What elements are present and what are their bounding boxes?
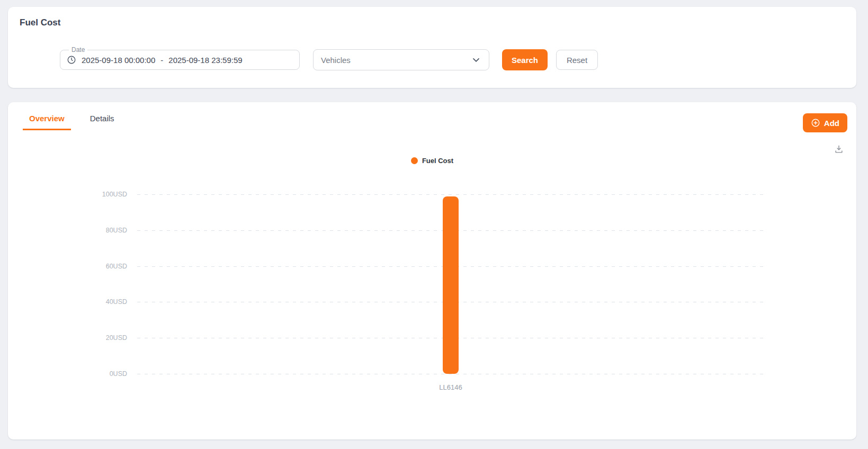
search-button[interactable]: Search <box>502 49 548 70</box>
gridline <box>137 374 764 374</box>
legend-dot <box>411 157 418 164</box>
filter-card: Fuel Cost Date 2025-09-18 00:00:00 - 202… <box>8 7 856 88</box>
date-range-start: 2025-09-18 00:00:00 <box>82 56 155 65</box>
plus-circle-icon <box>811 118 820 128</box>
download-chart-button[interactable] <box>833 143 845 155</box>
download-icon <box>834 144 844 155</box>
tab-details[interactable]: Details <box>84 112 121 130</box>
date-range-end: 2025-09-18 23:59:59 <box>168 56 242 65</box>
y-axis-tick-label: 0USD <box>110 370 127 378</box>
page-title: Fuel Cost <box>20 17 60 28</box>
y-axis-tick-label: 80USD <box>106 227 127 234</box>
date-field-label: Date <box>69 46 87 54</box>
chart-card: Overview Details Add Fuel Cost 0USD20USD… <box>8 102 856 439</box>
vehicles-select-placeholder: Vehicles <box>321 56 351 65</box>
add-button[interactable]: Add <box>803 113 847 132</box>
chevron-down-icon <box>471 55 481 65</box>
chart-plot: 0USD20USD40USD60USD80USD100USDLL6146 <box>137 194 764 374</box>
date-range-input[interactable]: Date 2025-09-18 00:00:00 - 2025-09-18 23… <box>60 50 300 70</box>
tab-bar: Overview Details <box>23 112 121 130</box>
add-button-label: Add <box>824 119 839 128</box>
bar-LL6146[interactable] <box>443 196 459 374</box>
y-axis-tick-label: 100USD <box>102 191 127 198</box>
clock-icon <box>67 55 82 65</box>
chart-legend[interactable]: Fuel Cost <box>8 157 856 165</box>
legend-label: Fuel Cost <box>422 157 453 165</box>
gridline <box>137 194 764 195</box>
tab-overview[interactable]: Overview <box>23 112 71 130</box>
y-axis-tick-label: 40USD <box>106 298 127 306</box>
y-axis-tick-label: 20USD <box>106 334 127 342</box>
vehicles-select[interactable]: Vehicles <box>313 49 489 70</box>
date-range-separator: - <box>160 56 163 65</box>
reset-button[interactable]: Reset <box>556 50 598 70</box>
x-axis-category-label: LL6146 <box>439 383 462 391</box>
y-axis-tick-label: 60USD <box>106 263 127 270</box>
